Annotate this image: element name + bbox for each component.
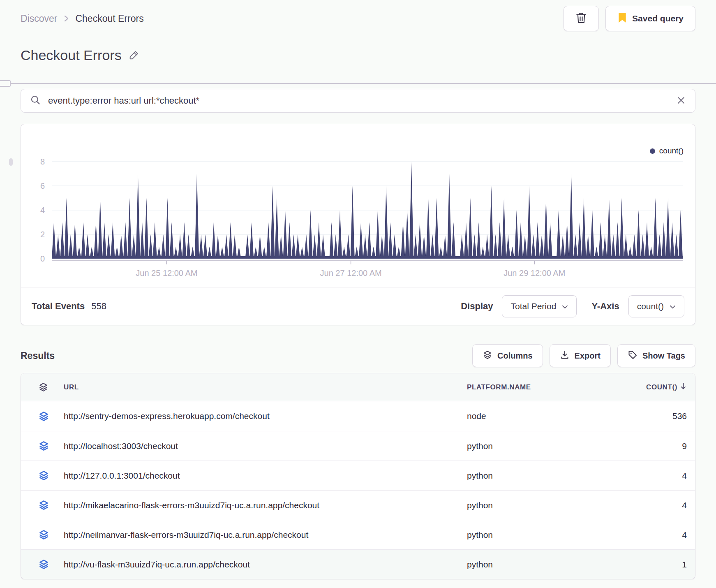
columns-button[interactable]: Columns [472, 344, 543, 367]
table-row[interactable]: http://mikaelacarino-flask-errors-m3uuiz… [21, 490, 695, 520]
svg-text:Jun 25 12:00 AM: Jun 25 12:00 AM [136, 269, 197, 278]
display-select[interactable]: Total Period [502, 295, 577, 317]
stacked-layers-icon[interactable] [21, 440, 64, 451]
chevron-down-icon [670, 301, 676, 311]
chart-legend[interactable]: count() [650, 146, 684, 155]
table-header-row: URL PLATFORM.NAME COUNT() [21, 373, 695, 401]
row-platform: python [467, 560, 572, 569]
bookmark-icon [617, 12, 627, 25]
edit-title-button[interactable] [128, 49, 140, 61]
total-events: Total Events 558 [32, 301, 106, 312]
table-row[interactable]: http://localhost:3003/checkout python 9 [21, 431, 695, 461]
svg-text:2: 2 [40, 230, 45, 239]
column-header-platform[interactable]: PLATFORM.NAME [467, 383, 572, 391]
columns-button-label: Columns [497, 351, 533, 361]
chart-panel: count() 02468Jun 25 12:00 AMJun 27 12:00… [21, 124, 695, 325]
stacked-layers-icon[interactable] [21, 382, 64, 392]
chart-footer: Total Events 558 Display Total Period Y-… [21, 287, 695, 325]
legend-label: count() [659, 146, 684, 155]
column-header-count[interactable]: COUNT() [572, 382, 695, 392]
events-area-chart[interactable]: 02468Jun 25 12:00 AMJun 27 12:00 AMJun 2… [21, 124, 695, 287]
search-bar [21, 89, 695, 113]
results-header-row: Results Columns Export Show Tags [21, 344, 695, 367]
legend-dot [650, 148, 655, 154]
download-icon [560, 350, 570, 362]
chevron-down-icon [562, 301, 568, 311]
total-events-label: Total Events [32, 301, 85, 312]
display-label: Display [461, 301, 493, 312]
stacked-layers-icon[interactable] [21, 411, 64, 422]
breadcrumb-discover[interactable]: Discover [21, 13, 57, 24]
row-count: 9 [572, 441, 695, 451]
table-row[interactable]: http://vu-flask-m3uuizd7iq-uc.a.run.app/… [21, 549, 695, 579]
row-platform: python [467, 530, 572, 540]
svg-text:Jun 27 12:00 AM: Jun 27 12:00 AM [320, 269, 382, 278]
total-events-value: 558 [91, 301, 106, 312]
table-body: http://sentry-demos-express.herokuapp.co… [21, 401, 695, 579]
row-count: 4 [572, 530, 695, 540]
row-platform: node [467, 411, 572, 421]
tag-icon [628, 350, 637, 362]
row-url: http://sentry-demos-express.herokuapp.co… [64, 411, 467, 421]
display-select-value: Total Period [510, 301, 556, 311]
page-title: Checkout Errors [21, 47, 122, 63]
row-url: http://127.0.0.1:3001/checkout [64, 471, 467, 481]
row-count: 4 [572, 500, 695, 510]
svg-text:8: 8 [40, 157, 45, 166]
svg-text:Jun 29 12:00 AM: Jun 29 12:00 AM [504, 269, 565, 278]
export-button[interactable]: Export [550, 344, 611, 367]
row-count: 1 [572, 560, 695, 569]
header-actions: Saved query [564, 6, 695, 31]
yaxis-select[interactable]: count() [628, 295, 684, 317]
row-url: http://vu-flask-m3uuizd7iq-uc.a.run.app/… [64, 560, 467, 569]
row-url: http://localhost:3003/checkout [64, 441, 467, 451]
table-row[interactable]: http://neilmanvar-flask-errors-m3uuizd7i… [21, 520, 695, 549]
row-url: http://mikaelacarino-flask-errors-m3uuiz… [64, 500, 467, 510]
search-input[interactable] [47, 95, 670, 106]
row-url: http://neilmanvar-flask-errors-m3uuizd7i… [64, 530, 467, 540]
export-button-label: Export [575, 351, 601, 361]
stacked-layers-icon[interactable] [21, 500, 64, 511]
delete-query-button[interactable] [564, 6, 599, 31]
search-icon [30, 95, 41, 107]
row-count: 4 [572, 471, 695, 481]
breadcrumb-current: Checkout Errors [75, 13, 143, 24]
svg-text:6: 6 [40, 181, 45, 190]
svg-text:4: 4 [40, 206, 45, 215]
trash-icon [575, 12, 587, 26]
table-row[interactable]: http://127.0.0.1:3001/checkout python 4 [21, 461, 695, 490]
close-icon [676, 95, 686, 106]
results-table: URL PLATFORM.NAME COUNT() http://sentry-… [21, 373, 695, 579]
row-count: 536 [572, 411, 695, 421]
saved-query-label: Saved query [632, 14, 684, 23]
title-row: Checkout Errors [21, 46, 695, 64]
yaxis-select-value: count() [637, 301, 664, 311]
svg-text:0: 0 [40, 254, 45, 263]
chevron-right-icon [63, 14, 69, 23]
saved-query-button[interactable]: Saved query [605, 6, 695, 31]
row-platform: python [467, 500, 572, 510]
row-platform: python [467, 471, 572, 481]
stacked-layers-icon[interactable] [21, 559, 64, 570]
topbar: Discover Checkout Errors Saved query [21, 6, 695, 31]
clear-search-button[interactable] [676, 95, 686, 106]
stacked-layers-icon[interactable] [21, 470, 64, 481]
show-tags-button-label: Show Tags [642, 351, 685, 361]
results-buttons: Columns Export Show Tags [472, 344, 695, 367]
table-row[interactable]: http://sentry-demos-express.herokuapp.co… [21, 401, 695, 431]
results-heading: Results [21, 350, 55, 361]
row-platform: python [467, 441, 572, 451]
show-tags-button[interactable]: Show Tags [617, 344, 695, 367]
yaxis-label: Y-Axis [591, 301, 619, 312]
breadcrumb: Discover Checkout Errors [21, 13, 144, 24]
stacked-layers-icon [483, 350, 492, 362]
stacked-layers-icon[interactable] [21, 529, 64, 540]
column-header-url[interactable]: URL [64, 383, 467, 391]
chart-controls: Display Total Period Y-Axis count() [461, 295, 684, 317]
sort-descending-arrow-icon [680, 382, 687, 392]
